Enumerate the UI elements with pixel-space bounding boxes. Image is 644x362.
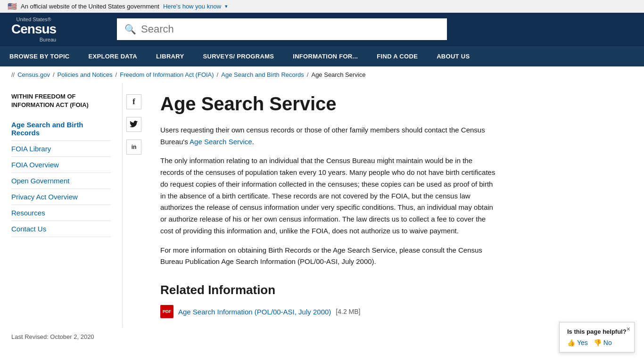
search-icon: 🔍 <box>124 24 136 35</box>
breadcrumb: // Census.gov / Policies and Notices / F… <box>0 66 644 83</box>
paragraph-2: The only information relating to an indi… <box>160 155 498 237</box>
pdf-download-link[interactable]: Age Search Information (POL/00-ASI, July… <box>178 308 331 316</box>
breadcrumb-sep: // <box>11 71 15 78</box>
sidebar-item-foia-library[interactable]: FOIA Library <box>11 141 111 157</box>
helpful-buttons: 👍 Yes 👎 No <box>567 339 627 346</box>
logo-area[interactable]: United States® Census Bureau <box>11 16 106 42</box>
breadcrumb-sep3: / <box>217 71 219 78</box>
breadcrumb-census-gov[interactable]: Census.gov <box>17 71 50 78</box>
search-bar[interactable]: 🔍 <box>117 18 447 40</box>
breadcrumb-sep4: / <box>307 71 309 78</box>
breadcrumb-policies[interactable]: Policies and Notices <box>58 71 113 78</box>
yes-label: Yes <box>577 339 588 346</box>
pdf-size: [4.2 MB] <box>336 308 360 315</box>
flag-icon: 🇺🇸 <box>8 2 17 11</box>
logo-line2: Census <box>11 22 56 37</box>
linkedin-icon[interactable]: in <box>126 140 141 155</box>
gov-banner-text: An official website of the United States… <box>21 3 159 10</box>
sidebar-item-age-search[interactable]: Age Search and Birth Records <box>11 117 111 141</box>
logo-line3: Bureau <box>11 37 56 42</box>
paragraph-1-end: . <box>252 138 254 146</box>
sidebar-item-resources[interactable]: Resources <box>11 205 111 221</box>
nav-about-us[interactable]: ABOUT US <box>427 46 479 66</box>
helpful-question: Is this page helpful? <box>567 328 627 335</box>
thumbs-down-icon: 👎 <box>594 339 602 346</box>
sidebar: WITHIN FREEDOM OF INFORMATION ACT (FOIA)… <box>0 83 123 328</box>
no-label: No <box>603 339 612 346</box>
page-title: Age Search Service <box>160 92 498 115</box>
nav-explore-data[interactable]: EXPLORE DATA <box>79 46 147 66</box>
helpful-close-button[interactable]: × <box>627 325 630 333</box>
thumbs-up-icon: 👍 <box>567 339 575 346</box>
helpful-widget: × Is this page helpful? 👍 Yes 👎 No <box>559 322 635 346</box>
breadcrumb-foia[interactable]: Freedom of Information Act (FOIA) <box>120 71 214 78</box>
sidebar-item-privacy-act[interactable]: Privacy Act Overview <box>11 189 111 205</box>
breadcrumb-age-search[interactable]: Age Search and Birth Records <box>221 71 304 78</box>
sidebar-item-open-gov[interactable]: Open Government <box>11 173 111 189</box>
helpful-yes-button[interactable]: 👍 Yes <box>567 339 588 346</box>
pdf-icon: PDF <box>160 305 173 318</box>
paragraph-1: Users requesting their own census record… <box>160 124 498 148</box>
last-updated: Last Revised: October 2, 2020 <box>0 328 644 346</box>
age-search-service-link[interactable]: Age Search Service <box>190 138 252 146</box>
social-column: f in <box>123 83 145 328</box>
census-logo[interactable]: United States® Census Bureau <box>11 16 56 42</box>
sidebar-item-contact-us[interactable]: Contact Us <box>11 221 111 237</box>
how-you-know-link[interactable]: Here's how you know <box>163 3 221 10</box>
sidebar-title: WITHIN FREEDOM OF INFORMATION ACT (FOIA) <box>11 92 111 109</box>
page-layout: WITHIN FREEDOM OF INFORMATION ACT (FOIA)… <box>0 83 644 328</box>
related-info-title: Related Information <box>160 283 498 297</box>
nav-information-for[interactable]: INFORMATION FOR... <box>283 46 367 66</box>
site-header: United States® Census Bureau 🔍 <box>0 13 644 46</box>
breadcrumb-current: Age Search Service <box>311 71 365 78</box>
main-content: Age Search Service Users requesting thei… <box>145 83 513 328</box>
search-input[interactable] <box>141 23 439 35</box>
sidebar-nav: Age Search and Birth Records FOIA Librar… <box>11 117 111 237</box>
helpful-no-button[interactable]: 👎 No <box>594 339 612 346</box>
gov-banner: 🇺🇸 An official website of the United Sta… <box>0 0 644 13</box>
nav-library[interactable]: LIBRARY <box>147 46 193 66</box>
pdf-link-row: PDF Age Search Information (POL/00-ASI, … <box>160 305 498 318</box>
twitter-icon[interactable] <box>126 117 141 132</box>
banner-dropdown-icon[interactable]: ▾ <box>225 3 228 9</box>
breadcrumb-sep2: / <box>116 71 117 78</box>
sidebar-item-foia-overview[interactable]: FOIA Overview <box>11 157 111 173</box>
main-nav: BROWSE BY TOPIC EXPLORE DATA LIBRARY SUR… <box>0 46 644 66</box>
breadcrumb-sep1: / <box>53 71 55 78</box>
nav-find-a-code[interactable]: FIND A CODE <box>367 46 427 66</box>
facebook-icon[interactable]: f <box>126 94 141 109</box>
nav-browse-by-topic[interactable]: BROWSE BY TOPIC <box>0 46 79 66</box>
nav-surveys-programs[interactable]: SURVEYS/ PROGRAMS <box>193 46 283 66</box>
paragraph-3: For more information on obtaining Birth … <box>160 245 498 268</box>
